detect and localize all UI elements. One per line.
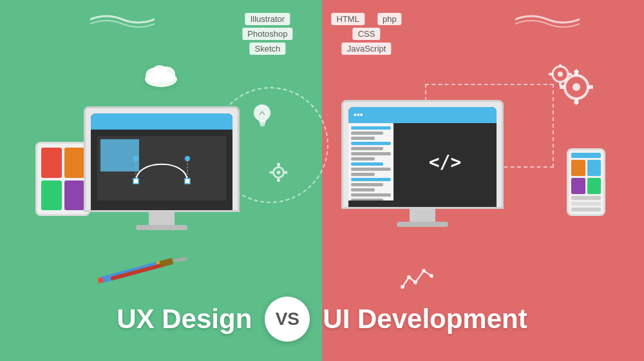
vs-text: VS xyxy=(276,309,299,329)
svg-point-42 xyxy=(401,285,404,289)
skill-php: php xyxy=(377,13,402,25)
skill-html: HTML xyxy=(332,13,365,25)
svg-rect-33 xyxy=(588,85,593,89)
svg-rect-38 xyxy=(559,64,562,66)
skill-sketch: Sketch xyxy=(250,43,286,55)
svg-point-21 xyxy=(185,156,190,161)
skills-container: Illustrator Photoshop Sketch HTML php CS… xyxy=(242,13,401,55)
wavy-decoration-right xyxy=(515,10,580,32)
cloud-icon xyxy=(142,61,180,90)
svg-point-9 xyxy=(277,171,281,175)
svg-point-3 xyxy=(152,65,167,78)
svg-rect-5 xyxy=(259,120,266,122)
svg-point-46 xyxy=(430,274,433,278)
title-ui-development: UI Development xyxy=(323,304,527,335)
svg-point-4 xyxy=(254,104,270,121)
skill-photoshop: Photoshop xyxy=(242,28,292,40)
tablet-design xyxy=(35,142,90,216)
svg-point-43 xyxy=(407,275,411,279)
svg-rect-12 xyxy=(270,171,273,174)
wavy-decoration-left xyxy=(90,10,155,32)
skills-right: HTML php CSS JavaScript xyxy=(332,13,402,55)
svg-point-44 xyxy=(413,280,417,284)
svg-rect-18 xyxy=(133,179,138,184)
skills-left: Illustrator Photoshop Sketch xyxy=(242,13,292,55)
svg-point-37 xyxy=(558,72,563,77)
monitor-code: </> xyxy=(341,100,504,227)
gears-right-icon xyxy=(547,64,599,112)
skill-css: CSS xyxy=(353,28,381,40)
vs-circle: VS xyxy=(265,297,310,342)
bottom-title: UX Design VS UI Development xyxy=(0,297,644,342)
analytics-icon xyxy=(399,264,438,293)
phone-ui xyxy=(567,148,605,216)
svg-point-45 xyxy=(422,269,426,273)
monitor-design xyxy=(84,106,240,230)
svg-point-29 xyxy=(573,83,580,91)
svg-rect-7 xyxy=(260,124,265,126)
skill-javascript: JavaScript xyxy=(342,43,392,55)
svg-rect-6 xyxy=(260,122,265,124)
svg-rect-39 xyxy=(559,82,562,86)
code-tag: </> xyxy=(429,151,462,173)
svg-rect-19 xyxy=(185,179,190,184)
svg-rect-27 xyxy=(160,258,174,268)
gear-left-icon xyxy=(267,161,290,186)
svg-rect-41 xyxy=(568,73,572,75)
skill-illustrator: Illustrator xyxy=(245,13,290,25)
svg-rect-40 xyxy=(549,73,553,75)
svg-rect-26 xyxy=(110,263,164,281)
lightbulb-icon xyxy=(251,103,274,135)
title-ux-design: UX Design xyxy=(117,304,252,335)
svg-rect-13 xyxy=(285,171,288,174)
